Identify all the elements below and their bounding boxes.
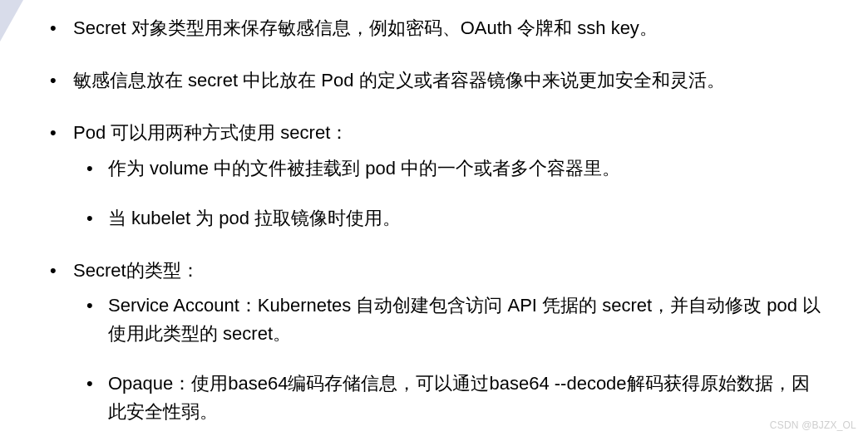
list-item: Secret 对象类型用来保存敏感信息，例如密码、OAuth 令牌和 ssh k… [42, 13, 826, 42]
list-item: Secret的类型： Service Account：Kubernetes 自动… [42, 256, 826, 436]
list-item: 敏感信息放在 secret 中比放在 Pod 的定义或者容器镜像中来说更加安全和… [42, 66, 826, 95]
bullet-list-level1: Secret 对象类型用来保存敏感信息，例如密码、OAuth 令牌和 ssh k… [42, 13, 826, 436]
bullet-text: 作为 volume 中的文件被挂载到 pod 中的一个或者多个容器里。 [108, 158, 620, 179]
list-item: Pod 可以用两种方式使用 secret： 作为 volume 中的文件被挂载到… [42, 118, 826, 232]
bullet-text: Secret的类型： [73, 260, 200, 281]
bullet-text: 当 kubelet 为 pod 拉取镜像时使用。 [108, 208, 401, 228]
bullet-text: 敏感信息放在 secret 中比放在 Pod 的定义或者容器镜像中来说更加安全和… [73, 70, 725, 91]
list-item: Opaque：使用base64编码存储信息，可以通过base64 --decod… [73, 370, 826, 426]
list-item: Service Account：Kubernetes 自动创建包含访问 API … [73, 291, 826, 348]
bullet-text: Service Account：Kubernetes 自动创建包含访问 API … [108, 295, 821, 344]
bullet-list-level2: Service Account：Kubernetes 自动创建包含访问 API … [73, 291, 826, 436]
slide-content: Secret 对象类型用来保存敏感信息，例如密码、OAuth 令牌和 ssh k… [0, 0, 868, 436]
bullet-text: Pod 可以用两种方式使用 secret： [73, 122, 348, 143]
bullet-text: Secret 对象类型用来保存敏感信息，例如密码、OAuth 令牌和 ssh k… [73, 17, 658, 38]
list-item: 作为 volume 中的文件被挂载到 pod 中的一个或者多个容器里。 [73, 154, 826, 183]
corner-accent [0, 0, 23, 42]
watermark: CSDN @BJZX_OL [770, 419, 856, 431]
list-item: 当 kubelet 为 pod 拉取镜像时使用。 [73, 204, 826, 233]
bullet-text: Opaque：使用base64编码存储信息，可以通过base64 --decod… [108, 373, 810, 422]
bullet-list-level2: 作为 volume 中的文件被挂载到 pod 中的一个或者多个容器里。 当 ku… [73, 154, 826, 233]
